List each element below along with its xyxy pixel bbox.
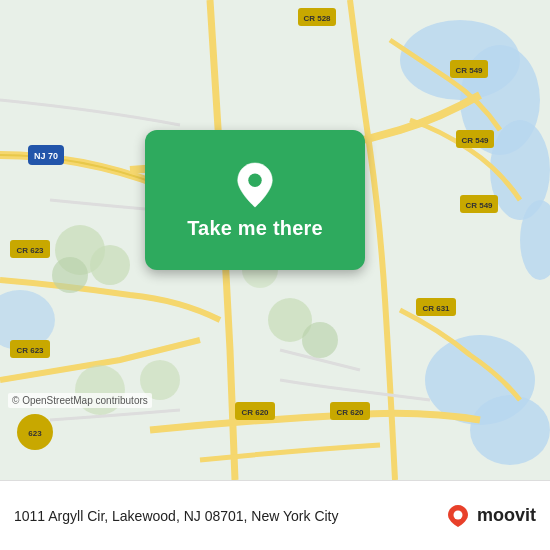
svg-text:NJ 70: NJ 70 <box>34 151 58 161</box>
svg-text:CR 528: CR 528 <box>303 14 331 23</box>
address-section: 1011 Argyll Cir, Lakewood, NJ 08701, New… <box>14 508 339 524</box>
svg-text:CR 620: CR 620 <box>336 408 364 417</box>
svg-text:CR 623: CR 623 <box>16 346 44 355</box>
svg-point-38 <box>302 322 338 358</box>
svg-text:CR 620: CR 620 <box>241 408 269 417</box>
map-attribution: © OpenStreetMap contributors <box>8 393 152 408</box>
svg-point-43 <box>453 510 462 519</box>
svg-text:CR 623: CR 623 <box>16 246 44 255</box>
moovit-text: moovit <box>477 505 536 526</box>
map-container: NJ 70 G5P G5 CR 528 CR 549 CR 549 CR 549… <box>0 0 550 480</box>
address-text: 1011 Argyll Cir, Lakewood, NJ 08701, New… <box>14 508 339 524</box>
svg-text:623: 623 <box>28 429 42 438</box>
svg-point-35 <box>90 245 130 285</box>
moovit-logo: moovit <box>445 503 536 529</box>
cta-card[interactable]: Take me there <box>145 130 365 270</box>
cta-button-label: Take me there <box>187 217 323 240</box>
bottom-bar: 1011 Argyll Cir, Lakewood, NJ 08701, New… <box>0 480 550 550</box>
svg-point-36 <box>52 257 88 293</box>
svg-point-6 <box>470 395 550 465</box>
svg-text:CR 549: CR 549 <box>465 201 493 210</box>
svg-text:CR 549: CR 549 <box>455 66 483 75</box>
map-pin-icon <box>235 161 275 209</box>
svg-text:CR 631: CR 631 <box>422 304 450 313</box>
moovit-pin-icon <box>445 503 471 529</box>
svg-point-42 <box>248 173 261 186</box>
svg-text:CR 549: CR 549 <box>461 136 489 145</box>
